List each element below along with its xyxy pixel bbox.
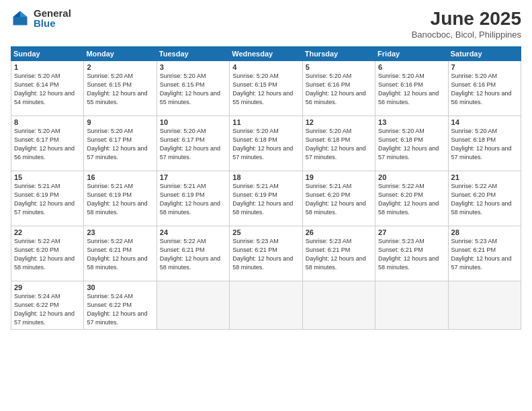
day-info: Sunrise: 5:21 AMSunset: 6:19 PMDaylight:… (160, 182, 226, 217)
day-number: 21 (451, 173, 518, 181)
col-monday: Monday (84, 47, 157, 61)
header: General Blue June 2025 Banocboc, Bicol, … (11, 8, 521, 40)
table-row (448, 281, 521, 330)
day-number: 17 (160, 173, 226, 181)
day-info: Sunrise: 5:22 AMSunset: 6:21 PMDaylight:… (87, 237, 153, 272)
col-sunday: Sunday (11, 47, 84, 61)
page: General Blue June 2025 Banocboc, Bicol, … (0, 0, 532, 411)
logo-general: General (34, 8, 71, 18)
day-number: 19 (306, 173, 372, 181)
day-number: 25 (232, 228, 299, 236)
table-row: 28 Sunrise: 5:23 AMSunset: 6:21 PMDaylig… (448, 226, 521, 281)
day-number: 7 (451, 63, 518, 71)
logo-blue: Blue (34, 18, 71, 28)
header-row: Sunday Monday Tuesday Wednesday Thursday… (11, 47, 521, 61)
day-info: Sunrise: 5:23 AMSunset: 6:21 PMDaylight:… (378, 237, 445, 272)
day-number: 5 (306, 63, 372, 71)
table-row: 19 Sunrise: 5:21 AMSunset: 6:20 PMDaylig… (302, 171, 375, 226)
day-info: Sunrise: 5:20 AMSunset: 6:17 PMDaylight:… (87, 127, 153, 162)
logo-icon (11, 9, 30, 28)
col-friday: Friday (375, 47, 448, 61)
table-row (302, 281, 375, 330)
table-row (230, 281, 302, 330)
title-month: June 2025 (412, 8, 521, 30)
table-row: 5 Sunrise: 5:20 AMSunset: 6:16 PMDayligh… (302, 61, 375, 116)
table-row: 20 Sunrise: 5:22 AMSunset: 6:20 PMDaylig… (375, 171, 448, 226)
table-row: 3 Sunrise: 5:20 AMSunset: 6:15 PMDayligh… (157, 61, 229, 116)
table-row: 30 Sunrise: 5:24 AMSunset: 6:22 PMDaylig… (84, 281, 157, 330)
day-number: 10 (160, 118, 226, 126)
day-info: Sunrise: 5:20 AMSunset: 6:18 PMDaylight:… (451, 127, 518, 162)
day-info: Sunrise: 5:23 AMSunset: 6:21 PMDaylight:… (232, 237, 299, 272)
table-row: 24 Sunrise: 5:22 AMSunset: 6:21 PMDaylig… (157, 226, 229, 281)
table-row: 6 Sunrise: 5:20 AMSunset: 6:16 PMDayligh… (375, 61, 448, 116)
day-info: Sunrise: 5:20 AMSunset: 6:18 PMDaylight:… (378, 127, 445, 162)
day-number: 3 (160, 63, 226, 71)
day-number: 24 (160, 228, 226, 236)
table-row: 14 Sunrise: 5:20 AMSunset: 6:18 PMDaylig… (448, 116, 521, 171)
logo-text: General Blue (34, 8, 71, 28)
day-info: Sunrise: 5:20 AMSunset: 6:15 PMDaylight:… (232, 72, 299, 107)
day-info: Sunrise: 5:20 AMSunset: 6:17 PMDaylight:… (14, 127, 81, 162)
title-block: June 2025 Banocboc, Bicol, Philippines (412, 8, 521, 40)
day-info: Sunrise: 5:21 AMSunset: 6:20 PMDaylight:… (306, 182, 372, 217)
day-number: 28 (451, 228, 518, 236)
day-info: Sunrise: 5:20 AMSunset: 6:16 PMDaylight:… (306, 72, 372, 107)
day-info: Sunrise: 5:21 AMSunset: 6:19 PMDaylight:… (87, 182, 153, 217)
day-info: Sunrise: 5:20 AMSunset: 6:18 PMDaylight:… (306, 127, 372, 162)
table-row: 13 Sunrise: 5:20 AMSunset: 6:18 PMDaylig… (375, 116, 448, 171)
title-location: Banocboc, Bicol, Philippines (412, 30, 521, 40)
day-info: Sunrise: 5:21 AMSunset: 6:19 PMDaylight:… (14, 182, 81, 217)
table-row (375, 281, 448, 330)
day-info: Sunrise: 5:20 AMSunset: 6:17 PMDaylight:… (160, 127, 226, 162)
day-number: 18 (232, 173, 299, 181)
day-info: Sunrise: 5:20 AMSunset: 6:16 PMDaylight:… (451, 72, 518, 107)
table-row: 10 Sunrise: 5:20 AMSunset: 6:17 PMDaylig… (157, 116, 229, 171)
day-number: 20 (378, 173, 445, 181)
table-row: 27 Sunrise: 5:23 AMSunset: 6:21 PMDaylig… (375, 226, 448, 281)
calendar: Sunday Monday Tuesday Wednesday Thursday… (11, 46, 521, 330)
day-number: 6 (378, 63, 445, 71)
day-number: 9 (87, 118, 153, 126)
table-row: 9 Sunrise: 5:20 AMSunset: 6:17 PMDayligh… (84, 116, 157, 171)
day-info: Sunrise: 5:23 AMSunset: 6:21 PMDaylight:… (306, 237, 372, 272)
day-number: 11 (232, 118, 299, 126)
day-info: Sunrise: 5:20 AMSunset: 6:15 PMDaylight:… (87, 72, 153, 107)
day-number: 26 (306, 228, 372, 236)
table-row: 23 Sunrise: 5:22 AMSunset: 6:21 PMDaylig… (84, 226, 157, 281)
table-row: 18 Sunrise: 5:21 AMSunset: 6:19 PMDaylig… (230, 171, 302, 226)
day-number: 22 (14, 228, 81, 236)
day-number: 1 (14, 63, 81, 71)
day-number: 23 (87, 228, 153, 236)
day-number: 12 (306, 118, 372, 126)
day-info: Sunrise: 5:20 AMSunset: 6:16 PMDaylight:… (378, 72, 445, 107)
table-row: 16 Sunrise: 5:21 AMSunset: 6:19 PMDaylig… (84, 171, 157, 226)
table-row: 25 Sunrise: 5:23 AMSunset: 6:21 PMDaylig… (230, 226, 302, 281)
day-info: Sunrise: 5:24 AMSunset: 6:22 PMDaylight:… (14, 292, 81, 327)
day-info: Sunrise: 5:22 AMSunset: 6:20 PMDaylight:… (14, 237, 81, 272)
table-row: 1 Sunrise: 5:20 AMSunset: 6:14 PMDayligh… (11, 61, 84, 116)
table-row: 7 Sunrise: 5:20 AMSunset: 6:16 PMDayligh… (448, 61, 521, 116)
day-info: Sunrise: 5:22 AMSunset: 6:20 PMDaylight:… (378, 182, 445, 217)
day-number: 29 (14, 283, 81, 291)
day-info: Sunrise: 5:23 AMSunset: 6:21 PMDaylight:… (451, 237, 518, 272)
table-row: 12 Sunrise: 5:20 AMSunset: 6:18 PMDaylig… (302, 116, 375, 171)
table-row: 4 Sunrise: 5:20 AMSunset: 6:15 PMDayligh… (230, 61, 302, 116)
day-number: 13 (378, 118, 445, 126)
col-tuesday: Tuesday (157, 47, 229, 61)
day-info: Sunrise: 5:20 AMSunset: 6:18 PMDaylight:… (232, 127, 299, 162)
table-row: 2 Sunrise: 5:20 AMSunset: 6:15 PMDayligh… (84, 61, 157, 116)
day-number: 16 (87, 173, 153, 181)
col-thursday: Thursday (302, 47, 375, 61)
day-number: 15 (14, 173, 81, 181)
table-row: 11 Sunrise: 5:20 AMSunset: 6:18 PMDaylig… (230, 116, 302, 171)
day-number: 14 (451, 118, 518, 126)
table-row: 21 Sunrise: 5:22 AMSunset: 6:20 PMDaylig… (448, 171, 521, 226)
table-row: 29 Sunrise: 5:24 AMSunset: 6:22 PMDaylig… (11, 281, 84, 330)
day-info: Sunrise: 5:20 AMSunset: 6:14 PMDaylight:… (14, 72, 81, 107)
table-row: 8 Sunrise: 5:20 AMSunset: 6:17 PMDayligh… (11, 116, 84, 171)
day-info: Sunrise: 5:21 AMSunset: 6:19 PMDaylight:… (232, 182, 299, 217)
day-number: 27 (378, 228, 445, 236)
svg-marker-2 (13, 11, 21, 17)
table-row (157, 281, 229, 330)
